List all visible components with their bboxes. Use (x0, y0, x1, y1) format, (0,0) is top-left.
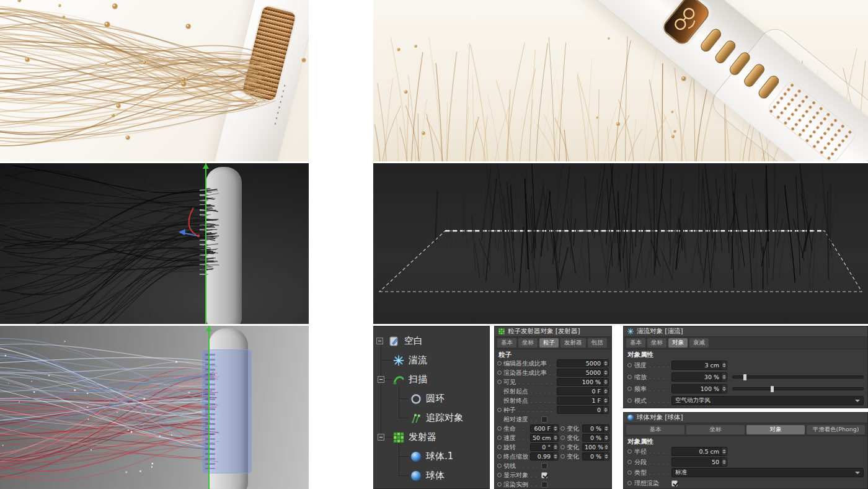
tree-item-circle[interactable]: 圆环 (374, 389, 489, 408)
frequency-slider[interactable] (732, 387, 864, 390)
keyframe-dot[interactable] (497, 426, 502, 431)
tab-include[interactable]: 包括 (588, 338, 607, 348)
keyframe-dot[interactable] (497, 473, 502, 477)
keyframe-dot[interactable] (560, 436, 565, 440)
show-objects-checkbox[interactable] (541, 472, 547, 478)
keyframe-dot[interactable] (560, 426, 565, 431)
tangential-checkbox[interactable] (541, 463, 547, 469)
relative-speed-checkbox[interactable] (541, 416, 547, 423)
emit-start-field[interactable]: 0 F (557, 387, 609, 395)
stepper-icon[interactable] (603, 397, 608, 404)
stepper-icon[interactable] (603, 453, 609, 460)
tab-coordinates[interactable]: 坐标 (647, 338, 666, 348)
slider-handle[interactable] (743, 374, 746, 380)
keyframe-dot[interactable] (497, 436, 502, 440)
keyframe-dot[interactable] (497, 482, 502, 487)
scale-field[interactable]: 30 % (671, 372, 727, 382)
stepper-icon[interactable] (603, 444, 609, 451)
stepper-icon[interactable] (721, 385, 727, 393)
tree-item-emitter[interactable]: 发射器 (374, 428, 489, 447)
param-row: 渲染实例 (497, 480, 609, 489)
strength-field[interactable]: 3 cm (671, 361, 727, 370)
rotation-variation-field[interactable]: 100 % (582, 443, 609, 451)
render-perfect-checkbox[interactable] (671, 480, 678, 487)
stepper-icon[interactable] (552, 444, 558, 451)
stepper-icon[interactable] (721, 458, 727, 466)
visibility-field[interactable]: 100 % (557, 378, 609, 386)
tab-object[interactable]: 对象 (746, 425, 805, 434)
keyframe-dot[interactable] (497, 454, 502, 459)
keyframe-dot[interactable] (497, 408, 502, 412)
keyframe-dot[interactable] (497, 361, 502, 366)
end-scale-field[interactable]: 0.99 (530, 452, 559, 460)
stepper-icon[interactable] (603, 388, 608, 395)
speed-variation-field[interactable]: 0 % (582, 434, 609, 442)
tree-item-null[interactable]: 空白 (374, 331, 489, 351)
stepper-icon[interactable] (603, 379, 608, 385)
stepper-icon[interactable] (721, 447, 727, 455)
expander-icon[interactable] (378, 376, 384, 383)
stepper-icon[interactable] (603, 360, 608, 367)
slider-handle[interactable] (771, 386, 774, 392)
stepper-icon[interactable] (552, 453, 558, 460)
sphere-attributes-panel: 球体对象 [球体] 基本 坐标 对象 平滑着色(Phong) 对象属性 半径 0… (623, 412, 868, 489)
stepper-icon[interactable] (721, 361, 727, 369)
rotation-field[interactable]: 0 ° (530, 443, 559, 451)
frequency-field[interactable]: 100 % (671, 384, 727, 393)
mode-select[interactable]: 空气动力学风 (671, 396, 864, 405)
keyframe-dot[interactable] (497, 464, 502, 468)
lifetime-variation-field[interactable]: 0 % (582, 424, 609, 433)
expander-icon[interactable] (376, 338, 383, 344)
keyframe-dot[interactable] (497, 445, 502, 449)
keyframe-dot[interactable] (497, 380, 502, 384)
seed-field[interactable]: 0 (557, 406, 609, 414)
c4d-workflow-collage: 空白 湍流 扫描 圆环 (0, 0, 868, 489)
keyframe-dot[interactable] (627, 449, 632, 454)
keyframe-dot[interactable] (627, 363, 632, 367)
expander-icon[interactable] (378, 434, 384, 441)
radius-field[interactable]: 0.5 cm (671, 447, 727, 456)
keyframe-dot[interactable] (627, 460, 632, 464)
tab-coordinates[interactable]: 坐标 (686, 425, 745, 434)
editor-generation-rate-field[interactable]: 5000 (557, 359, 609, 367)
emit-stop-field[interactable]: 1 F (557, 397, 609, 405)
render-generation-rate-field[interactable]: 5000 (557, 369, 609, 377)
tab-basic[interactable]: 基本 (626, 338, 645, 348)
tab-coordinates[interactable]: 坐标 (518, 338, 538, 348)
stepper-icon[interactable] (603, 425, 609, 432)
tab-basic[interactable]: 基本 (497, 338, 516, 348)
keyframe-dot[interactable] (627, 470, 632, 475)
tree-item-sphere-1[interactable]: 球体.1 (374, 447, 489, 466)
tab-object[interactable]: 对象 (668, 338, 688, 348)
stepper-icon[interactable] (721, 373, 727, 381)
tab-basic[interactable]: 基本 (626, 425, 684, 434)
stepper-icon[interactable] (603, 406, 608, 413)
stepper-icon[interactable] (552, 434, 558, 441)
keyframe-dot[interactable] (627, 398, 632, 403)
tree-item-sphere[interactable]: 球体 (374, 466, 489, 485)
tree-item-tracer[interactable]: 追踪对象 (374, 408, 489, 428)
scale-slider[interactable] (732, 375, 864, 379)
stepper-icon[interactable] (603, 434, 609, 441)
tab-emitter[interactable]: 发射器 (560, 338, 586, 348)
type-select[interactable]: 标准 (671, 468, 864, 477)
render-instances-checkbox[interactable] (541, 482, 547, 488)
keyframe-dot[interactable] (560, 445, 565, 449)
stepper-icon[interactable] (552, 425, 558, 432)
stepper-icon[interactable] (603, 369, 608, 376)
keyframe-dot[interactable] (497, 370, 502, 375)
tab-particle[interactable]: 粒子 (539, 338, 559, 348)
end-scale-variation-field[interactable]: 0 % (582, 452, 609, 460)
keyframe-dot[interactable] (560, 454, 565, 459)
speed-field[interactable]: 50 cm (530, 434, 559, 442)
lifetime-field[interactable]: 600 F (530, 424, 559, 433)
tab-falloff[interactable]: 衰减 (689, 338, 709, 348)
tab-phong[interactable]: 平滑着色(Phong) (807, 425, 865, 434)
panel-title: 球体对象 [球体] (637, 413, 683, 422)
tree-item-sweep[interactable]: 扫描 (374, 370, 489, 389)
tree-item-turbulence[interactable]: 湍流 (374, 351, 489, 370)
keyframe-dot[interactable] (627, 375, 632, 379)
segments-field[interactable]: 50 (671, 457, 727, 467)
keyframe-dot[interactable] (627, 481, 632, 485)
keyframe-dot[interactable] (627, 387, 632, 391)
